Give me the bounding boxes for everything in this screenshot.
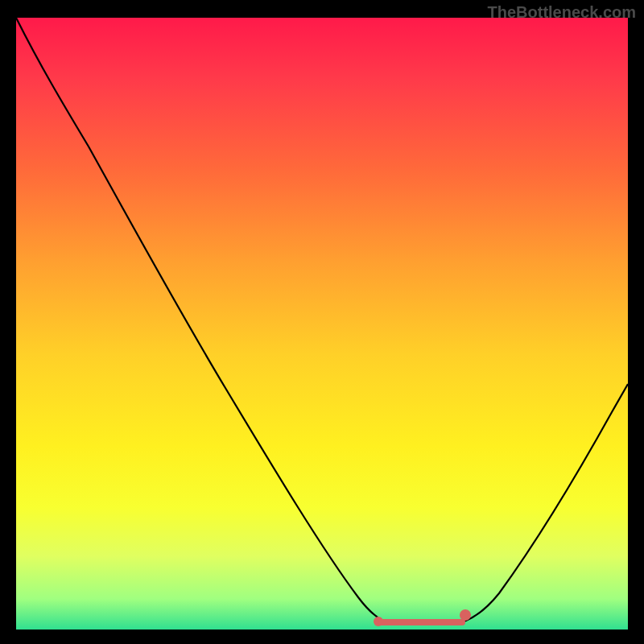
- bottleneck-curve-path: [16, 18, 628, 625]
- flat-end-dot: [460, 609, 471, 621]
- chart-plot-area: [16, 18, 628, 630]
- watermark-text: TheBottleneck.com: [488, 3, 636, 22]
- bottleneck-curve-svg: [16, 18, 628, 630]
- flat-region-bar: [378, 619, 465, 625]
